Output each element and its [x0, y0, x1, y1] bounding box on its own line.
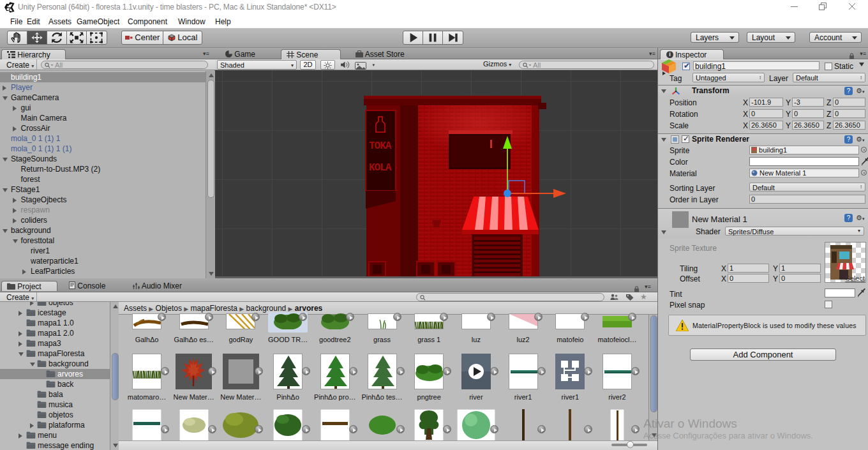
svg-text:KOLA: KOLA	[369, 162, 392, 174]
svg-text:TOKA: TOKA	[369, 140, 392, 152]
